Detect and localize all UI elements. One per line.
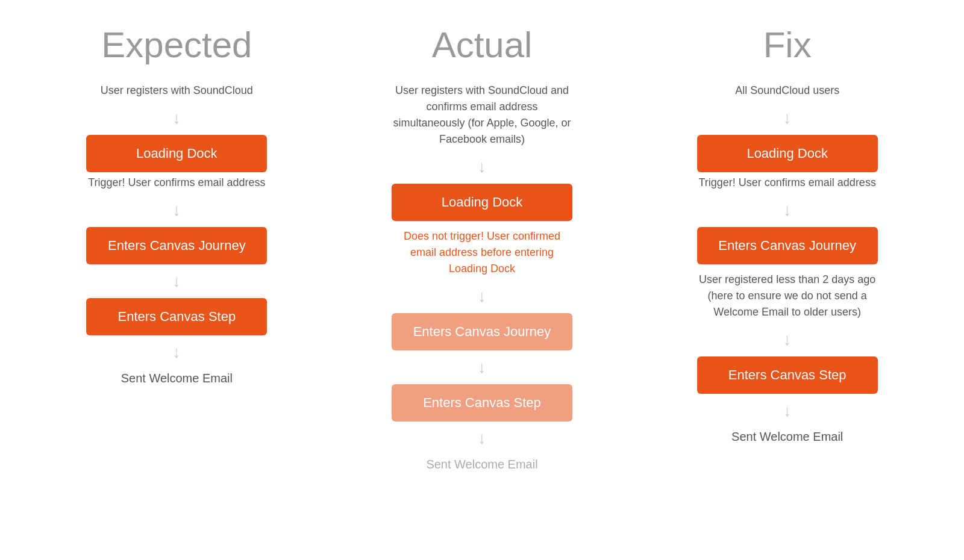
- flow-arrow: ↓: [478, 430, 486, 447]
- text-0: User registers with SoundCloud and confi…: [392, 82, 572, 148]
- text-3: Does not trigger! User confirmed email a…: [392, 228, 572, 277]
- column-fix: FixAll SoundCloud users↓Loading DockTrig…: [640, 24, 934, 471]
- text-9: Sent Welcome Email: [426, 458, 537, 471]
- text-10: Sent Welcome Email: [731, 430, 843, 444]
- fix-title: Fix: [763, 24, 812, 66]
- box-enters-canvas-journey: Enters Canvas Journey: [392, 313, 572, 350]
- box-loading-dock: Loading Dock: [86, 135, 267, 172]
- column-expected: ExpectedUser registers with SoundCloud↓L…: [30, 24, 324, 471]
- box-enters-canvas-step: Enters Canvas Step: [392, 384, 572, 422]
- flow-arrow: ↓: [783, 110, 792, 126]
- box-enters-canvas-journey: Enters Canvas Journey: [697, 227, 878, 264]
- flow-arrow: ↓: [172, 273, 181, 290]
- flow-arrow: ↓: [478, 288, 486, 305]
- main-container: ExpectedUser registers with SoundCloud↓L…: [30, 24, 934, 471]
- flow-arrow: ↓: [478, 158, 486, 175]
- expected-title: Expected: [101, 24, 252, 66]
- text-0: User registers with SoundCloud: [101, 82, 253, 99]
- actual-title: Actual: [432, 24, 533, 66]
- box-enters-canvas-step: Enters Canvas Step: [697, 356, 878, 394]
- text-3: Trigger! User confirms email address: [698, 175, 875, 191]
- flow-arrow: ↓: [783, 402, 792, 419]
- flow-arrow: ↓: [172, 110, 181, 126]
- text-9: Sent Welcome Email: [121, 372, 233, 385]
- text-6: User registered less than 2 days ago (he…: [697, 272, 878, 320]
- flow-arrow: ↓: [172, 202, 181, 219]
- box-loading-dock: Loading Dock: [697, 135, 878, 172]
- flow-arrow: ↓: [172, 344, 181, 361]
- flow-arrow: ↓: [783, 331, 792, 348]
- flow-arrow: ↓: [783, 202, 792, 219]
- box-enters-canvas-journey: Enters Canvas Journey: [86, 227, 267, 264]
- column-actual: ActualUser registers with SoundCloud and…: [336, 24, 629, 471]
- text-3: Trigger! User confirms email address: [88, 175, 265, 191]
- flow-arrow: ↓: [478, 359, 486, 376]
- box-enters-canvas-step: Enters Canvas Step: [86, 298, 267, 335]
- box-loading-dock: Loading Dock: [392, 184, 572, 221]
- text-0: All SoundCloud users: [735, 82, 839, 99]
